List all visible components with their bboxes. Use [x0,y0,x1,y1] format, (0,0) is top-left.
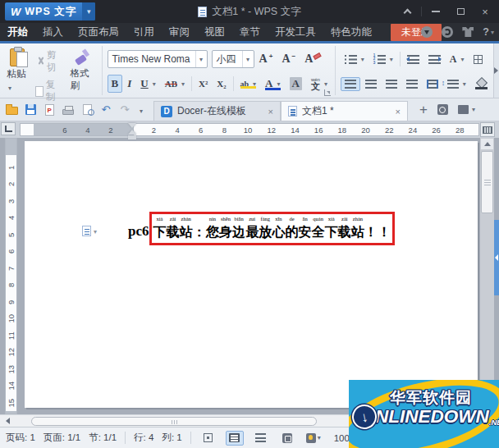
tab-docer-templates[interactable]: D Docer-在线模板 × [153,101,281,121]
web-layout-button[interactable] [278,431,296,446]
bullet-list-button[interactable] [341,53,369,66]
font-name-combobox[interactable]: Times New Roma [108,50,208,68]
open-file-button[interactable] [3,101,20,119]
undo-button[interactable]: ↶ [98,101,114,119]
page-view-button[interactable] [226,431,244,446]
ruler-toggle-button[interactable] [480,122,495,137]
ribbon-tab[interactable]: 页面布局 [71,23,126,41]
first-line-indent-marker[interactable] [128,123,136,128]
numbered-list-button[interactable] [369,53,397,66]
ribbon-tab[interactable]: 开发工具 [268,23,323,41]
maximize-button[interactable] [450,3,471,20]
left-indent-marker[interactable] [128,135,136,139]
hanging-indent-marker[interactable] [128,130,136,135]
document-page[interactable]: pc6 xià 下 zǎi 载 [25,141,478,408]
minimize-button[interactable] [425,3,446,20]
ribbon-tab[interactable]: 章节 [232,23,268,41]
align-left-button[interactable] [341,77,360,91]
horizontal-ruler[interactable]: 642 24681012141618202224262830 [20,123,479,136]
tab-document1[interactable]: 文档1 * × [281,101,408,121]
strikethrough-button[interactable]: AB [161,76,189,91]
paragraph-line[interactable]: pc6 xià 下 zǎi 载 [128,212,395,245]
increase-indent-button[interactable] [424,53,445,66]
wps-menu-dropdown-icon[interactable] [82,2,95,21]
print-button[interactable] [60,101,76,119]
italic-button[interactable]: I [123,75,135,93]
font-size-combobox[interactable]: 小四 [212,50,254,68]
wps-cloud-icon[interactable] [442,26,453,38]
toolbar-expand-button[interactable] [493,43,499,98]
outline-view-button[interactable] [252,431,270,446]
shrink-font-button[interactable]: A− [277,50,300,68]
tab-stop-selector[interactable] [1,122,16,135]
undo-history-dropdown[interactable] [135,101,145,119]
scroll-up-button[interactable] [481,139,493,149]
ribbon-right-icons: ? [421,26,494,38]
line-spacing-button[interactable] [443,77,470,91]
eye-protection-button[interactable] [304,431,323,446]
status-divider [125,432,126,444]
redo-button[interactable]: ↷ [117,101,133,119]
save-button[interactable] [22,101,39,119]
ruler-number: 8 [2,280,20,290]
clear-format-button[interactable]: A [300,50,325,68]
bold-button[interactable]: B [108,75,123,93]
table-grid-button[interactable] [469,53,487,66]
download-circle-icon[interactable] [421,26,433,38]
new-tab-button[interactable]: + [419,103,428,117]
decrease-indent-button[interactable] [403,53,423,66]
ribbon-tab[interactable]: 视图 [197,23,232,41]
character-text: ！ [364,222,378,242]
recent-documents-button[interactable] [437,104,448,115]
cut-button[interactable]: 剪切 [31,47,66,76]
close-button[interactable]: × [474,3,496,20]
ribbon-tab[interactable]: 审阅 [162,23,197,41]
redo-icon: ↷ [121,104,130,115]
print-preview-button[interactable] [79,101,95,119]
smart-tag-button[interactable] [82,225,97,236]
shading-button[interactable] [471,75,492,92]
tab-list-button[interactable] [458,105,469,114]
paste-button[interactable]: 粘贴 [3,47,31,94]
tab-close-icon[interactable]: × [396,107,401,117]
font-size-dropdown-icon[interactable] [242,51,254,67]
skin-theme-icon[interactable] [462,27,474,37]
ribbon-tab[interactable]: 插入 [35,23,71,41]
underline-button[interactable]: U [136,75,159,93]
export-pdf-button[interactable] [41,101,57,119]
justify-button[interactable] [402,77,422,91]
smart-tag-dropdown-icon[interactable] [94,225,97,236]
indent-markers[interactable] [128,123,138,141]
task-pane-handle[interactable] [494,220,499,295]
wps-menu-button[interactable]: W WPS 文字 [5,2,95,21]
align-center-button[interactable] [361,77,381,91]
align-right-button[interactable] [382,77,401,91]
grow-font-button[interactable]: A+ [255,50,277,68]
character-shading-label: A [290,77,302,90]
font-dialog-launcher[interactable] [324,89,331,96]
collapse-ribbon-button[interactable] [396,3,418,20]
help-button[interactable]: ? [483,26,494,38]
highlight-color-button[interactable]: ab [236,77,261,91]
ribbon-tab[interactable]: 特色功能 [323,23,379,41]
format-painter-button[interactable]: 格式刷 [68,66,97,93]
align-right-icon [386,80,397,89]
subscript-button[interactable]: X₂ [213,76,230,91]
docer-icon: D [161,106,172,117]
vertical-scrollbar[interactable] [480,138,494,414]
vertical-ruler[interactable]: 123456789101112131415 [5,138,17,414]
tab-close-icon[interactable]: × [268,107,273,117]
scroll-left-button[interactable] [2,416,13,426]
distribute-button[interactable] [423,77,442,91]
full-screen-mode-button[interactable] [199,431,217,446]
ribbon-tab[interactable]: 开始 [0,23,35,41]
ruler-number: 14 [283,124,307,136]
superscript-button[interactable]: X² [195,76,212,91]
vertical-scrollbar-thumb[interactable] [481,151,493,213]
font-color-button[interactable]: A [261,75,284,93]
horizontal-scrollbar-thumb[interactable] [31,417,317,426]
font-name-dropdown-icon[interactable] [195,51,207,67]
character-shading-button[interactable]: A [286,75,306,93]
text-effect-button[interactable]: A [446,51,469,68]
ribbon-tab[interactable]: 引用 [126,23,162,41]
